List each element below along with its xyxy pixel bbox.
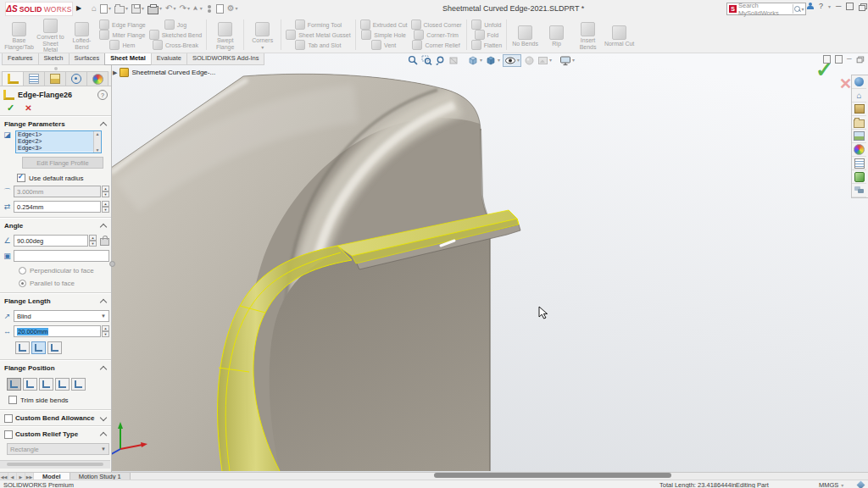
tree-expand-arrow-icon[interactable]: ▶ (113, 69, 117, 76)
restore-button[interactable] (859, 3, 866, 10)
options-button[interactable]: ⚙▾ (227, 4, 238, 13)
tab-surfaces[interactable]: Surfaces (69, 53, 106, 65)
apply-scene-button[interactable]: ▾ (537, 55, 552, 66)
maximize-button[interactable] (846, 3, 854, 10)
configuration-manager-tab[interactable] (44, 71, 66, 86)
minimize-button[interactable]: ─ (836, 3, 841, 10)
tab-solidworks-add-ins[interactable]: SOLIDWORKS Add-Ins (186, 53, 264, 65)
length-spinner[interactable]: ▲▼ (102, 325, 109, 337)
search-submit-button[interactable]: ▾ (793, 4, 805, 14)
flyout-feature-tree[interactable]: ▶ Sheetmetal Curved Edge-... (113, 68, 215, 77)
ribbon-lofted-bend-button[interactable]: Lofted-Bend (66, 19, 97, 50)
parallel-radio[interactable] (19, 280, 26, 287)
panel-splitter-handle[interactable] (109, 261, 115, 267)
horizontal-scrollbar-thumb[interactable] (434, 473, 671, 478)
trim-side-bends-row[interactable]: Trim side bends (8, 396, 111, 404)
list-item[interactable]: Edge<2> (16, 138, 101, 145)
search-box[interactable]: S Search MySolidWorks ▾ (726, 3, 806, 15)
open-button[interactable]: ▾ (114, 4, 128, 14)
appearances-scenes-tab[interactable] (852, 143, 866, 157)
angle-spinner[interactable]: ▲▼ (89, 235, 97, 247)
redo-button[interactable]: ↷▾ (180, 4, 190, 13)
solidworks-resources-tab[interactable] (852, 75, 866, 89)
home-button[interactable]: ⌂ (92, 4, 97, 13)
flange-length-input[interactable]: 20.000mm (14, 325, 101, 337)
solidworks-add-ins-tab[interactable] (852, 170, 866, 184)
ribbon-edge-flange-button[interactable]: Edge Flange (99, 20, 146, 30)
use-default-radius-checkbox[interactable] (17, 174, 25, 182)
trim-side-bends-checkbox[interactable] (8, 396, 17, 404)
solidworks-forum-tab[interactable] (852, 184, 866, 197)
ribbon-simple-hole-button[interactable]: Simple Hole (361, 30, 406, 40)
doc-restore-button[interactable] (856, 57, 863, 63)
custom-bend-allowance-checkbox[interactable] (4, 414, 13, 423)
gap-distance-input[interactable]: 0.254mm (14, 201, 101, 213)
ribbon-base-flange-button[interactable]: Base Flange/Tab (3, 19, 35, 50)
dimxpert-manager-tab[interactable] (65, 71, 87, 86)
ribbon-insert-bends-button[interactable]: Insert Bends (572, 19, 604, 50)
view-orientation-button[interactable]: ▾ (467, 55, 482, 66)
ribbon-corners-button[interactable]: Corners▾ (247, 19, 278, 50)
list-scrollbar[interactable]: ▲▼ (93, 131, 101, 152)
section-custom-relief-type[interactable]: Custom Relief Type (0, 429, 111, 440)
panel-horizontal-scrollbar[interactable] (0, 460, 110, 469)
tab-evaluate[interactable]: Evaluate (151, 53, 187, 65)
print-button[interactable]: ▾ (147, 3, 162, 14)
zoom-to-fit-button[interactable] (408, 55, 419, 66)
doc-minimize-button[interactable]: ─ (847, 56, 852, 63)
pm-cancel-button[interactable]: ✕ (25, 103, 31, 113)
section-flange-position[interactable]: Flange Position (0, 363, 111, 374)
ribbon-sketched-bend-button[interactable]: Sketched Bend (149, 30, 202, 40)
select-button[interactable]: ➤▾ (193, 4, 203, 13)
section-flange-parameters[interactable]: Flange Parameters (0, 119, 111, 130)
tangent-to-bend-toggle[interactable] (71, 378, 86, 391)
ribbon-miter-flange-button[interactable]: Miter Flange (99, 30, 145, 40)
undo-button[interactable]: ↶▾ (165, 4, 175, 13)
file-properties-button[interactable] (216, 4, 224, 14)
zoom-to-area-button[interactable] (421, 55, 432, 66)
edit-flange-profile-button[interactable]: Edit Flange Profile (22, 157, 103, 169)
use-default-radius-row[interactable]: Use default radius (17, 174, 111, 182)
gap-spinner[interactable]: ▲▼ (102, 201, 109, 213)
hide-show-items-button[interactable]: ▾ (503, 54, 521, 67)
tab-sketch[interactable]: Sketch (38, 53, 70, 65)
ribbon-unfold-button[interactable]: Unfold (471, 20, 501, 30)
flange-angle-input[interactable]: 90.00deg (14, 235, 88, 247)
ribbon-fold-button[interactable]: Fold (475, 30, 499, 40)
perpendicular-radio[interactable] (19, 267, 26, 274)
help-dropdown-caret-icon[interactable]: ▾ (828, 4, 831, 9)
ribbon-no-bends-button[interactable]: No Bends (509, 23, 541, 47)
bend-radius-input[interactable]: 3.000mm (14, 186, 101, 197)
section-flange-length[interactable]: Flange Length (0, 296, 111, 307)
ribbon-flatten-button[interactable]: Flatten (471, 41, 502, 50)
relief-type-select[interactable]: Rectangle▼ (7, 443, 109, 455)
tab-sheet-metal[interactable]: Sheet Metal (104, 53, 152, 65)
tangent-bend-toggle[interactable] (47, 341, 62, 354)
ribbon-closed-corner-button[interactable]: Closed Corner (411, 20, 462, 30)
save-button[interactable]: ▾ (131, 4, 144, 14)
new-document-button[interactable]: ▾ (100, 4, 111, 14)
ribbon-normal-cut-button[interactable]: Normal Cut (604, 23, 635, 47)
ribbon-jog-button[interactable]: Jog (164, 20, 186, 30)
new-window-icon[interactable] (823, 55, 831, 64)
previous-view-button[interactable] (435, 55, 446, 66)
ribbon-tab-and-slot-button[interactable]: Tab and Slot (295, 41, 341, 50)
custom-relief-type-checkbox[interactable] (4, 430, 13, 439)
status-tip-icon[interactable] (857, 480, 865, 488)
solidworks-logo[interactable]: ΔS SOLID WORKS (5, 2, 73, 16)
radius-spinner[interactable]: ▲▼ (102, 186, 109, 197)
user-account-icon[interactable] (807, 3, 814, 10)
ribbon-cross-break-button[interactable]: Cross-Break (153, 41, 198, 50)
edit-appearance-button[interactable] (524, 55, 535, 66)
menu-flyout-arrow-icon[interactable]: ▶ (76, 4, 81, 12)
perpendicular-to-face-option[interactable]: Perpendicular to face (19, 267, 111, 274)
ribbon-corner-trim-button[interactable]: Corner-Trim (414, 30, 458, 40)
parallel-to-face-option[interactable]: Parallel to face (19, 280, 111, 287)
length-end-condition-select[interactable]: Blind▼ (14, 310, 109, 322)
ribbon-forming-tool-button[interactable]: Forming Tool (295, 20, 342, 30)
view-palette-tab[interactable] (852, 130, 866, 143)
ribbon-extruded-cut-button[interactable]: Extruded Cut (360, 20, 408, 30)
material-outside-toggle[interactable] (23, 378, 37, 391)
confirmation-cancel-button[interactable]: ✕ (839, 76, 852, 92)
unit-system-selector[interactable]: MMGS▾ (819, 481, 843, 488)
